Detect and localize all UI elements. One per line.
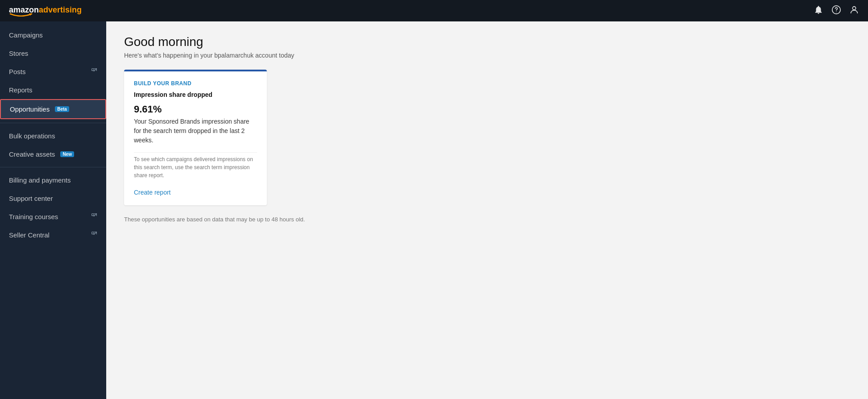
svg-rect-4 [92, 69, 94, 71]
card-metric: 9.61% [134, 104, 257, 115]
page-subtitle: Here's what's happening in your bpalamar… [124, 52, 850, 59]
training-label: Training courses [9, 213, 58, 220]
campaigns-label: Campaigns [9, 31, 43, 39]
external-link-icon-seller [91, 231, 97, 239]
seller-central-label: Seller Central [9, 231, 50, 239]
card-body: BUILD YOUR BRAND Impression share droppe… [124, 71, 267, 205]
logo-advertising-text: advertising [39, 5, 82, 15]
new-badge: New [60, 151, 74, 157]
beta-badge: Beta [55, 106, 69, 112]
creative-assets-label: Creative assets [9, 150, 55, 158]
card-helper: To see which campaigns delivered impress… [134, 152, 257, 179]
external-link-icon-training [91, 213, 97, 220]
opportunities-card-container: BUILD YOUR BRAND Impression share droppe… [124, 70, 850, 205]
top-bar-icon-group [814, 5, 859, 17]
page-greeting: Good morning [124, 35, 850, 49]
sidebar: Campaigns Stores Posts Reports Opportuni… [0, 21, 106, 399]
svg-rect-6 [92, 232, 94, 234]
sidebar-item-support[interactable]: Support center [0, 189, 106, 208]
amazon-logo: amazon advertising [9, 5, 82, 17]
sidebar-item-bulk-operations[interactable]: Bulk operations [0, 127, 106, 145]
notifications-icon[interactable] [814, 5, 823, 17]
logo: amazon advertising [9, 5, 82, 17]
sidebar-item-seller-central[interactable]: Seller Central [0, 226, 106, 244]
svg-rect-5 [92, 214, 94, 216]
external-link-icon [91, 68, 97, 75]
help-icon[interactable] [831, 5, 841, 17]
support-label: Support center [9, 195, 53, 202]
sidebar-item-opportunities[interactable]: Opportunities Beta [0, 99, 106, 119]
sidebar-item-creative-assets[interactable]: Creative assets New [0, 145, 106, 163]
sidebar-item-billing[interactable]: Billing and payments [0, 171, 106, 189]
data-staleness-note: These opportunities are based on data th… [124, 216, 850, 223]
bulk-operations-label: Bulk operations [9, 132, 55, 140]
user-icon[interactable] [849, 5, 859, 17]
card-description: Your Sponsored Brands impression share f… [134, 117, 257, 145]
opportunities-label: Opportunities [10, 105, 50, 113]
sidebar-item-campaigns[interactable]: Campaigns [0, 26, 106, 44]
sidebar-item-training[interactable]: Training courses [0, 208, 106, 226]
main-layout: Campaigns Stores Posts Reports Opportuni… [0, 21, 868, 399]
card-title: Impression share dropped [134, 91, 257, 98]
create-report-link[interactable]: Create report [134, 189, 170, 196]
billing-label: Billing and payments [9, 176, 71, 184]
sidebar-divider-1 [0, 123, 106, 123]
posts-label: Posts [9, 68, 26, 75]
stores-label: Stores [9, 50, 28, 57]
sidebar-item-posts[interactable]: Posts [0, 62, 106, 81]
svg-point-2 [836, 11, 836, 12]
reports-label: Reports [9, 86, 33, 94]
sidebar-item-reports[interactable]: Reports [0, 81, 106, 99]
card-category: BUILD YOUR BRAND [134, 80, 257, 87]
opportunity-card: BUILD YOUR BRAND Impression share droppe… [124, 70, 267, 205]
svg-point-3 [852, 6, 856, 9]
sidebar-divider-2 [0, 167, 106, 167]
amazon-smile-icon [9, 13, 33, 17]
top-navigation-bar: amazon advertising [0, 0, 868, 21]
main-content: Good morning Here's what's happening in … [106, 21, 868, 399]
sidebar-item-stores[interactable]: Stores [0, 44, 106, 62]
